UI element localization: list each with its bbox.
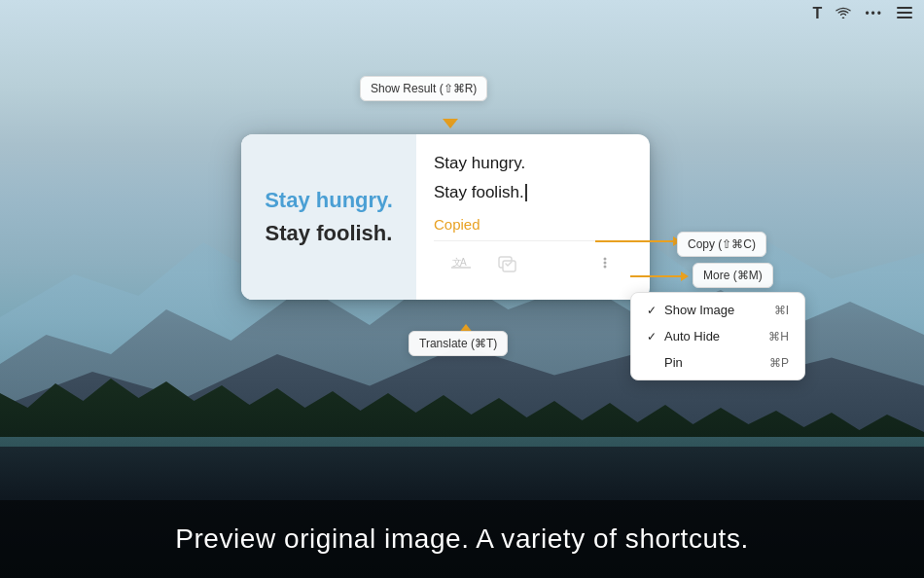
auto-hide-shortcut: ⌘H [768, 330, 789, 343]
result-line1: Stay hungry. [434, 154, 632, 173]
result-line2: Stay foolish. [434, 183, 632, 202]
copy-tooltip: Copy (⇧⌘C) [677, 232, 766, 257]
text-panel: Stay hungry. Stay foolish. Copied 文 A [416, 134, 650, 300]
show-image-shortcut: ⌘I [774, 304, 789, 317]
show-result-tooltip: Show Result (⇧⌘R) [360, 76, 487, 101]
popup-inner: Stay hungry. Stay foolish. Stay hungry. … [241, 134, 650, 300]
show-image-check: ✓ [647, 304, 658, 317]
menubar: T ••• [0, 0, 924, 27]
copied-arrow [595, 240, 673, 242]
pin-label: Pin [664, 355, 683, 370]
svg-rect-7 [503, 261, 515, 271]
more-button[interactable] [589, 247, 621, 278]
dropdown-pin[interactable]: ✓ Pin ⌘P [631, 349, 804, 376]
dropdown-auto-hide[interactable]: ✓ Auto Hide ⌘H [631, 323, 804, 349]
svg-rect-2 [897, 17, 912, 18]
translate-tooltip: Translate (⌘T) [409, 331, 508, 356]
svg-point-8 [604, 258, 607, 261]
auto-hide-label: Auto Hide [664, 329, 720, 343]
image-panel: Stay hungry. Stay foolish. [241, 134, 416, 300]
more-tooltip: More (⌘M) [693, 263, 773, 288]
text-cursor [525, 184, 527, 201]
svg-rect-1 [897, 12, 912, 14]
pin-shortcut: ⌘P [769, 356, 789, 370]
dropdown-show-image[interactable]: ✓ Show Image ⌘I [631, 297, 804, 323]
dropdown-menu: ✓ Show Image ⌘I ✓ Auto Hide ⌘H ✓ Pin ⌘P [630, 292, 805, 380]
translate-button[interactable]: 文 A [445, 247, 477, 278]
caption-bar: Preview original image. A variety of sho… [0, 500, 924, 578]
caption-text: Preview original image. A variety of sho… [175, 524, 749, 555]
popup-window: Stay hungry. Stay foolish. Stay hungry. … [241, 134, 650, 300]
svg-point-9 [604, 262, 607, 265]
list-icon[interactable] [897, 6, 912, 22]
wifi-icon[interactable] [835, 6, 851, 21]
toolbar: 文 A [434, 240, 632, 284]
copied-label: Copied [434, 216, 632, 233]
typora-icon: T [813, 5, 823, 22]
more-arrow [630, 275, 681, 277]
show-result-arrow [443, 119, 458, 128]
auto-hide-check: ✓ [647, 330, 658, 343]
svg-rect-0 [897, 7, 912, 9]
image-line1: Stay hungry. [265, 188, 393, 213]
dots-icon[interactable]: ••• [865, 7, 883, 20]
show-image-label: Show Image [664, 303, 734, 317]
svg-point-10 [604, 266, 607, 269]
svg-text:A: A [460, 257, 467, 268]
copy-image-button[interactable] [492, 247, 523, 278]
image-line2: Stay foolish. [266, 221, 393, 246]
